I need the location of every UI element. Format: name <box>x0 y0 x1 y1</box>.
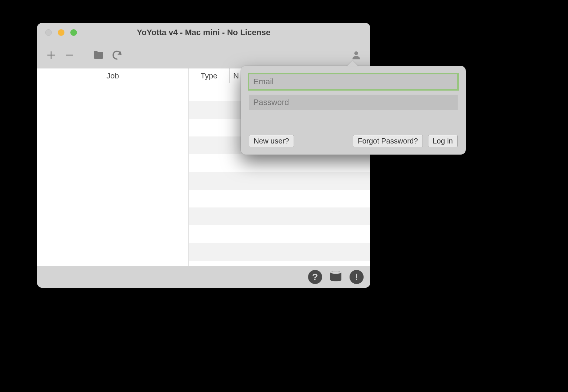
log-icon <box>328 269 343 285</box>
password-field[interactable] <box>249 95 458 110</box>
svg-point-0 <box>354 51 358 55</box>
login-popover: New user? Forgot Password? Log in <box>241 66 466 155</box>
table-row[interactable] <box>189 225 370 243</box>
job-row[interactable] <box>37 120 188 157</box>
toolbar <box>37 42 370 68</box>
help-button[interactable]: ? <box>308 270 322 284</box>
log-button[interactable] <box>329 270 343 284</box>
traffic-lights <box>37 29 77 36</box>
job-row[interactable] <box>37 83 188 120</box>
type-column-header[interactable]: Type <box>189 68 230 83</box>
folder-button[interactable] <box>91 48 106 62</box>
table-row[interactable] <box>189 207 370 225</box>
fullscreen-window-button[interactable] <box>70 29 77 36</box>
svg-point-1 <box>330 271 341 274</box>
refresh-icon <box>111 49 123 61</box>
remove-button[interactable] <box>62 48 77 62</box>
job-list <box>37 83 188 231</box>
table-row[interactable] <box>189 190 370 207</box>
plus-icon <box>46 50 57 61</box>
job-pane: Job <box>37 68 189 266</box>
titlebar: YoYotta v4 - Mac mini - No License <box>37 23 370 42</box>
close-window-button[interactable] <box>45 29 52 36</box>
new-user-button[interactable]: New user? <box>249 135 294 147</box>
job-row[interactable] <box>37 194 188 231</box>
folder-icon <box>92 49 105 61</box>
app-window: YoYotta v4 - Mac mini - No License <box>37 23 370 288</box>
user-icon <box>351 50 362 61</box>
job-row[interactable] <box>37 157 188 194</box>
email-field[interactable] <box>249 74 458 89</box>
refresh-button[interactable] <box>110 48 124 62</box>
help-icon: ? <box>308 270 322 284</box>
minimize-window-button[interactable] <box>58 29 64 36</box>
table-row[interactable] <box>189 243 370 261</box>
minus-icon <box>64 50 75 61</box>
forgot-password-button[interactable]: Forgot Password? <box>353 135 422 147</box>
add-button[interactable] <box>44 48 59 62</box>
alert-icon: ! <box>350 270 364 284</box>
job-column-header[interactable]: Job <box>37 68 188 83</box>
alert-button[interactable]: ! <box>350 270 364 284</box>
account-button[interactable] <box>349 48 364 62</box>
login-button[interactable]: Log in <box>428 135 458 147</box>
window-title: YoYotta v4 - Mac mini - No License <box>37 28 370 37</box>
table-row[interactable] <box>189 172 370 190</box>
table-row[interactable] <box>189 154 370 172</box>
footer: ? ! <box>37 266 370 288</box>
